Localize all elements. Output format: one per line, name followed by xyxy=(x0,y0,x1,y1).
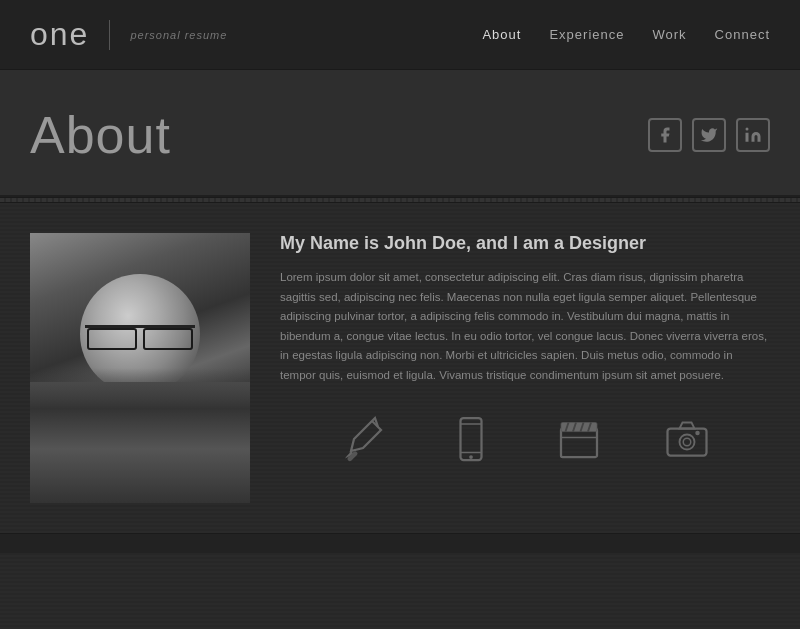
facebook-icon[interactable] xyxy=(648,118,682,152)
svg-point-16 xyxy=(695,431,700,436)
svg-point-0 xyxy=(746,128,749,131)
svg-point-5 xyxy=(469,455,473,459)
skill-mobile[interactable] xyxy=(447,415,495,463)
skill-design[interactable] xyxy=(339,415,387,463)
skill-video[interactable] xyxy=(555,415,603,463)
skills-row xyxy=(280,395,770,493)
logo-divider xyxy=(109,20,110,50)
nav-experience[interactable]: Experience xyxy=(549,27,624,42)
photo-body xyxy=(30,382,250,504)
twitter-icon[interactable] xyxy=(692,118,726,152)
profile-heading: My Name is John Doe, and I am a Designer xyxy=(280,233,770,254)
nav-work[interactable]: Work xyxy=(652,27,686,42)
nav-connect[interactable]: Connect xyxy=(715,27,770,42)
header: one personal resume About Experience Wor… xyxy=(0,0,800,70)
social-icons xyxy=(648,118,770,152)
svg-point-15 xyxy=(683,439,691,447)
footer xyxy=(0,533,800,553)
main-nav: About Experience Work Connect xyxy=(482,27,770,42)
profile-photo xyxy=(30,233,250,503)
photo-glasses xyxy=(85,325,195,345)
hero-section: About xyxy=(0,70,800,197)
linkedin-icon[interactable] xyxy=(736,118,770,152)
svg-rect-13 xyxy=(668,429,707,456)
logo-area: one personal resume xyxy=(30,16,227,53)
svg-point-14 xyxy=(680,435,695,450)
page-title: About xyxy=(30,105,171,165)
photo-bg xyxy=(30,233,250,503)
svg-rect-6 xyxy=(561,429,597,458)
nav-about[interactable]: About xyxy=(482,27,521,42)
logo: one xyxy=(30,16,89,53)
logo-tagline: personal resume xyxy=(130,29,227,41)
content-area: My Name is John Doe, and I am a Designer… xyxy=(280,233,770,493)
skill-photo[interactable] xyxy=(663,415,711,463)
main-content: My Name is John Doe, and I am a Designer… xyxy=(0,203,800,533)
profile-bio: Lorem ipsum dolor sit amet, consectetur … xyxy=(280,268,770,385)
